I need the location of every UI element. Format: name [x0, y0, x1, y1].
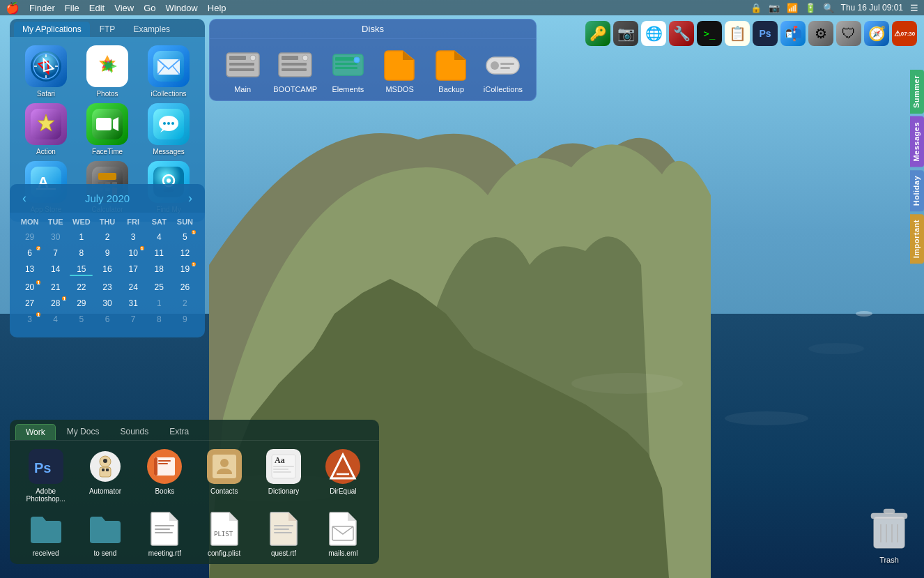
folder-item-config-plist[interactable]: PLIST config.plist [197, 510, 252, 557]
dock-icon-mail[interactable]: 📬 [780, 21, 806, 46]
dock-icon-terminal[interactable]: >_ [697, 21, 722, 46]
menu-file[interactable]: File [65, 3, 79, 13]
cal-day-31[interactable]: 31 [121, 296, 146, 311]
cal-day-21[interactable]: 21 [43, 280, 68, 295]
cal-day-28[interactable]: 281 [43, 296, 68, 311]
dock-icon-safari[interactable]: 🧭 [864, 21, 889, 46]
cal-day-18[interactable]: 18 [146, 261, 172, 279]
folder-item-tosend[interactable]: to send [77, 510, 132, 557]
folder-tab-work[interactable]: Work [15, 424, 56, 440]
dock-icon-photoshop[interactable]: Ps [753, 21, 778, 46]
cal-day-19[interactable]: 191 [172, 261, 198, 279]
menu-edit[interactable]: Edit [89, 3, 105, 13]
cal-day-6next[interactable]: 6 [94, 312, 120, 327]
cal-day-8next[interactable]: 8 [146, 312, 172, 327]
disk-item-backup[interactable]: Backup [431, 46, 472, 93]
cal-prev[interactable]: ‹ [20, 191, 29, 206]
cal-day-9[interactable]: 9 [94, 245, 120, 261]
folder-item-received[interactable]: received [18, 510, 73, 557]
app-item-messages[interactable]: Messages [141, 103, 197, 155]
cal-day-15-today[interactable]: 15 [68, 261, 94, 279]
folder-item-photoshop[interactable]: Ps AdobePhotoshop... [18, 448, 73, 503]
app-item-icollections-top[interactable]: iCollections [141, 45, 197, 98]
cal-day-11[interactable]: 11 [146, 245, 172, 261]
cal-day-4next[interactable]: 4 [43, 312, 68, 327]
app-item-photos[interactable]: Photos [79, 45, 135, 98]
disk-item-bootcamp[interactable]: BOOTCAMP [273, 46, 317, 93]
folder-item-dictionary[interactable]: Aa Dictionary [256, 448, 311, 503]
cal-day-2next[interactable]: 2 [172, 296, 198, 311]
cal-day-29prev[interactable]: 29 [17, 229, 43, 245]
cal-day-20[interactable]: 201 [17, 280, 43, 295]
folder-tab-sounds[interactable]: Sounds [110, 424, 158, 440]
menu-help[interactable]: Help [208, 3, 226, 13]
cal-day-12[interactable]: 12 [172, 245, 198, 261]
cal-day-14[interactable]: 14 [43, 261, 68, 279]
cal-day-25[interactable]: 25 [146, 280, 172, 295]
cal-day-3[interactable]: 3 [121, 229, 146, 245]
apple-menu[interactable]: 🍎 [6, 1, 20, 15]
menu-window[interactable]: Window [166, 3, 198, 13]
cal-day-7next[interactable]: 7 [121, 312, 146, 327]
right-tab-summer[interactable]: Summer [910, 70, 924, 114]
cal-day-10[interactable]: 101 [121, 245, 146, 261]
cal-day-9next[interactable]: 9 [172, 312, 198, 327]
cal-day-30[interactable]: 30 [94, 296, 120, 311]
trash[interactable]: Trash [868, 504, 910, 564]
disk-item-msdos[interactable]: MSDOS [379, 46, 421, 93]
folder-item-mails-eml[interactable]: mails.eml [316, 510, 371, 557]
cal-day-17[interactable]: 17 [121, 261, 146, 279]
cal-day-6[interactable]: 62 [17, 245, 43, 261]
cal-day-8[interactable]: 8 [68, 245, 94, 261]
cal-day-7[interactable]: 7 [43, 245, 68, 261]
cal-day-23[interactable]: 23 [94, 280, 120, 295]
cal-day-5next[interactable]: 5 [68, 312, 94, 327]
dock-icon-warning[interactable]: ⚠07:30 [892, 21, 917, 46]
cal-day-4[interactable]: 4 [146, 229, 172, 245]
cal-day-2[interactable]: 2 [94, 229, 120, 245]
ap-tab-ftp[interactable]: FTP [91, 22, 124, 37]
dock-icon-security[interactable]: 🛡 [836, 21, 861, 46]
dock-icon-system-prefs[interactable]: ⚙ [808, 21, 833, 46]
folder-item-automator[interactable]: Automator [77, 448, 132, 503]
cal-day-5[interactable]: 51 [172, 229, 198, 245]
menu-view[interactable]: View [114, 3, 134, 13]
menu-finder[interactable]: Finder [29, 3, 55, 13]
right-tab-messages[interactable]: Messages [910, 116, 924, 167]
disk-item-elements[interactable]: Elements [327, 46, 369, 93]
folder-item-quest-rtf[interactable]: quest.rtf [256, 510, 311, 557]
cal-day-27[interactable]: 27 [17, 296, 43, 311]
app-item-action[interactable]: Action [18, 103, 74, 155]
dock-icon-photos[interactable]: 📷 [613, 21, 638, 46]
right-tab-important[interactable]: Important [910, 214, 924, 264]
menu-go[interactable]: Go [144, 3, 155, 13]
cal-day-26[interactable]: 26 [172, 280, 198, 295]
ap-tab-myapps[interactable]: My APplications [14, 22, 90, 37]
right-tab-holiday[interactable]: Holiday [910, 170, 924, 211]
app-item-facetime[interactable]: FaceTime [79, 103, 135, 155]
disk-item-main[interactable]: Main [222, 46, 263, 93]
cal-day-16[interactable]: 16 [94, 261, 120, 279]
cal-day-30prev[interactable]: 30 [43, 229, 68, 245]
cal-day-1[interactable]: 1 [68, 229, 94, 245]
folder-item-meeting-rtf[interactable]: meeting.rtf [137, 510, 192, 557]
folder-item-contacts[interactable]: Contacts [197, 448, 252, 503]
dock-icon-chrome[interactable]: 🌐 [641, 21, 666, 46]
app-item-safari[interactable]: Safari [18, 45, 74, 98]
folder-tab-mydocs[interactable]: My Docs [57, 424, 109, 440]
cal-day-29[interactable]: 29 [68, 296, 94, 311]
cal-day-1next[interactable]: 1 [146, 296, 172, 311]
dock-icon-keychain[interactable]: 🔑 [585, 21, 610, 46]
cal-day-24[interactable]: 24 [121, 280, 146, 295]
menubar-list-icon[interactable]: ☰ [910, 3, 918, 13]
dock-icon-notes[interactable]: 📋 [725, 21, 750, 46]
folder-tab-extra[interactable]: Extra [160, 424, 199, 440]
dock-icon-tools[interactable]: 🔧 [669, 21, 694, 46]
folder-item-direqual[interactable]: DirEqual [316, 448, 371, 503]
ap-tab-examples[interactable]: Examples [125, 22, 178, 37]
cal-next[interactable]: › [185, 191, 195, 206]
folder-item-books[interactable]: Books [137, 448, 192, 503]
cal-day-13[interactable]: 13 [17, 261, 43, 279]
disk-item-icollections[interactable]: iCollections [482, 46, 524, 93]
menubar-search-icon[interactable]: 🔍 [823, 3, 834, 13]
